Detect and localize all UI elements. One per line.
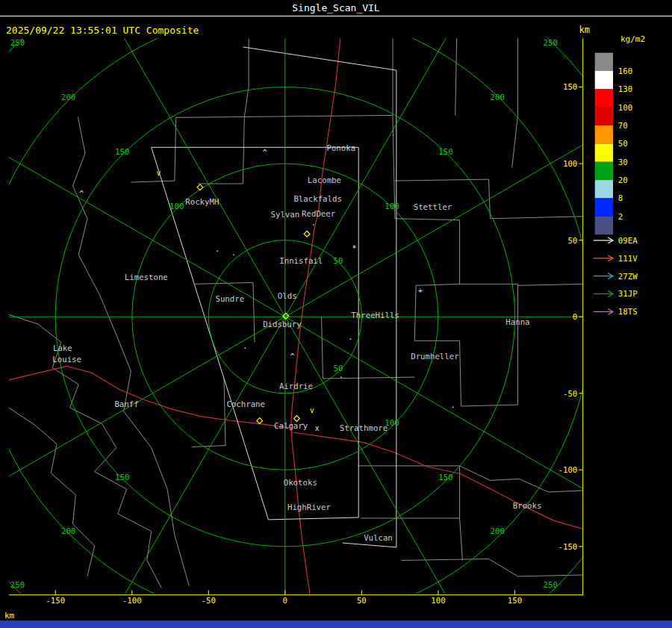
- y-axis-tick-label: 100: [563, 159, 577, 169]
- city-label: Louise: [52, 355, 81, 364]
- county-boundary-line: [244, 38, 249, 116]
- y-axis-tick-label: 0: [573, 312, 577, 322]
- range-ring-label: 250: [10, 580, 25, 590]
- map-layers: 2502001501002502001501005050100150200250…: [0, 16, 672, 628]
- x-axis-tick-label: 50: [357, 596, 367, 606]
- county-boundary-line: [9, 314, 162, 588]
- city-label: Vulcan: [364, 533, 393, 543]
- city-label: Banff: [114, 400, 138, 409]
- station-marker: .: [243, 342, 247, 350]
- county-boundary-line: [460, 284, 518, 405]
- legend-scale-box: [595, 89, 613, 107]
- county-boundary-line: [414, 341, 517, 406]
- x-axis-unit-label: km: [4, 611, 14, 621]
- range-ring-label: 100: [385, 202, 399, 211]
- radar-site-diamond-marker: [304, 231, 310, 237]
- range-ring-label: 150: [438, 147, 452, 157]
- station-marker: .: [215, 245, 220, 253]
- radar-map-canvas[interactable]: 2502001501002502001501005050100150200250…: [0, 16, 672, 628]
- city-label: Ponoka: [326, 143, 355, 153]
- radial-line: [60, 16, 285, 317]
- city-label: RedDeer: [302, 209, 336, 219]
- city-label: Innisfail: [279, 256, 323, 266]
- yellow-marker: .: [311, 219, 316, 227]
- radar-site-diamond-marker: [257, 418, 263, 424]
- range-ring-label: 200: [61, 93, 75, 102]
- y-axis-tick-label: 50: [567, 236, 577, 246]
- radar-app-window: Single_Scan_VIL 2025/09/22 13:55:01 UTC …: [0, 0, 672, 628]
- yellow-marker: v: [310, 406, 314, 414]
- county-boundary-line: [176, 115, 393, 117]
- county-boundary-line: [460, 518, 463, 560]
- legend-scale-box: [595, 198, 613, 216]
- y-axis-tick-label: -150: [559, 542, 578, 552]
- range-ring-label: 250: [544, 580, 558, 590]
- y-axis-tick-label: 150: [563, 82, 577, 92]
- city-label: Limestone: [125, 273, 168, 283]
- station-marker: +: [418, 287, 423, 295]
- range-ring-label: 150: [115, 147, 129, 157]
- county-boundary-line: [402, 559, 583, 576]
- window-title: Single_Scan_VIL: [292, 2, 379, 13]
- county-boundary-line: [192, 379, 225, 447]
- radial-line: [285, 16, 511, 317]
- city-label: Strathmore: [340, 423, 388, 433]
- track-id-label: 111V: [618, 254, 638, 264]
- county-boundary-line: [131, 117, 175, 182]
- range-ring-label: 150: [115, 473, 129, 482]
- county-boundary-line: [72, 116, 189, 585]
- legend-scale-value: 100: [618, 103, 632, 113]
- city-label: Hanna: [505, 317, 529, 327]
- city-label: Brooks: [513, 501, 542, 511]
- legend-scale-value: 20: [618, 175, 628, 185]
- radial-line: [0, 317, 285, 542]
- legend-scale-box: [595, 53, 613, 71]
- legend-scale-value: 2: [618, 212, 623, 222]
- range-ring-label: 200: [491, 93, 505, 102]
- city-label: RockyMH: [185, 197, 219, 207]
- legend-scale-box: [595, 108, 613, 125]
- county-boundary-line: [455, 38, 457, 115]
- county-boundary-line: [517, 284, 583, 285]
- city-label: Okotoks: [284, 478, 317, 488]
- y-axis-tick-label: -50: [563, 389, 577, 399]
- legend-scale-box: [595, 143, 613, 161]
- legend-scale-value: 8: [618, 193, 623, 203]
- station-marker: ^: [263, 149, 267, 157]
- track-id-label: 18TS: [618, 307, 638, 317]
- range-ring-label: 50: [333, 256, 343, 266]
- range-ring-label: 250: [10, 38, 25, 48]
- city-label: ThreeHills: [351, 311, 399, 320]
- radial-line: [60, 317, 285, 628]
- city-label: Lake: [53, 343, 72, 353]
- x-axis-tick-label: 150: [508, 596, 522, 606]
- county-boundary-line: [195, 282, 255, 342]
- yellow-marker: .: [300, 418, 305, 426]
- x-axis-tick-label: -50: [202, 596, 216, 606]
- city-label: Cochrane: [226, 400, 265, 409]
- x-axis-tick-label: -150: [46, 596, 65, 606]
- legend-scale-value: 50: [618, 139, 628, 149]
- legend-scale-value: 70: [618, 121, 628, 131]
- range-ring-label: 100: [169, 202, 184, 211]
- county-boundary-line: [395, 219, 460, 341]
- city-label: Blackfalds: [293, 194, 341, 204]
- county-boundary-line: [9, 408, 95, 576]
- radial-line: [285, 91, 672, 317]
- highway-line: [9, 366, 290, 428]
- county-boundary-line: [512, 38, 518, 167]
- x-axis-tick-label: 0: [283, 596, 287, 606]
- legend-scale-value: 160: [618, 66, 632, 76]
- city-label: Airdrie: [279, 382, 313, 391]
- yellow-marker: v: [156, 169, 161, 177]
- range-ring-label: 250: [544, 38, 558, 48]
- legend-scale-box: [595, 125, 613, 143]
- range-ring-label: 150: [438, 473, 452, 482]
- station-marker: .: [339, 371, 343, 379]
- range-ring-label: 200: [61, 526, 75, 536]
- station-marker: x: [315, 424, 320, 432]
- city-label: HighRiver: [287, 503, 332, 512]
- city-label: Lacombe: [308, 175, 341, 185]
- y-axis-tick-label: -100: [559, 465, 578, 475]
- x-axis-tick-label: 100: [431, 596, 445, 606]
